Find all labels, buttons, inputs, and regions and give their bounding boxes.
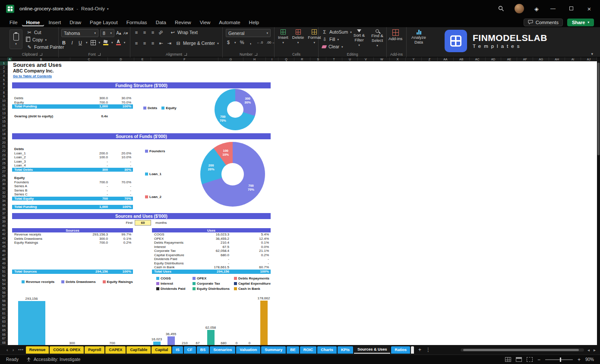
row-header-8[interactable]: 8: [0, 91, 8, 95]
table-row-debts[interactable]: Debts300.030.0%: [12, 96, 133, 100]
autosum-button[interactable]: ΣAutoSum▾: [321, 28, 353, 35]
vertical-scrollbar[interactable]: [597, 57, 600, 345]
align-top-icon[interactable]: ≡: [134, 30, 139, 35]
sheet-tab-bs[interactable]: BS: [197, 346, 209, 354]
row-header-26[interactable]: 26: [0, 166, 8, 170]
sheet-tab-payroll[interactable]: Payroll: [85, 346, 104, 354]
column-header-AA[interactable]: AA: [438, 57, 454, 61]
sources-of-funds-donut[interactable]: [200, 142, 265, 207]
page-break-view-icon[interactable]: [527, 357, 533, 362]
row-header-11[interactable]: 11: [0, 103, 8, 107]
sheet-tab-cogs-opex[interactable]: COGS & OPEX: [50, 346, 84, 354]
horizontal-scrollbar-thumb[interactable]: [463, 349, 579, 351]
table-row-gearing-debt-to-equity[interactable]: Gearing (debt to equity)0.4x: [12, 114, 133, 119]
row-header-36[interactable]: 36: [0, 207, 8, 212]
row-header-42[interactable]: 42: [0, 232, 8, 237]
search-icon[interactable]: [498, 6, 504, 12]
sheet-tab-summary[interactable]: Summary: [261, 346, 286, 354]
column-header-A[interactable]: A: [8, 57, 12, 61]
column-header-AJ[interactable]: AJ: [581, 57, 597, 61]
row-header-34[interactable]: 34: [0, 199, 8, 203]
italic-button[interactable]: I: [69, 40, 75, 45]
sheet-tab-is[interactable]: IS: [172, 346, 183, 354]
sheet-tab-be[interactable]: BE: [287, 346, 299, 354]
row-header-39[interactable]: 39: [0, 220, 8, 224]
column-header-D[interactable]: D: [108, 57, 134, 61]
column-header-I[interactable]: I: [266, 57, 278, 61]
row-header-51[interactable]: 51: [0, 270, 8, 274]
row-header-33[interactable]: 33: [0, 195, 8, 199]
column-header-B[interactable]: B: [12, 57, 70, 61]
all-sheets-icon[interactable]: •••: [18, 348, 23, 352]
percent-format-icon[interactable]: %: [240, 40, 245, 45]
table-row-loan-1[interactable]: Loan_1200.020.0%: [12, 151, 133, 156]
bar-corporate-tax[interactable]: [207, 330, 215, 345]
row-header-19[interactable]: 19: [0, 136, 8, 141]
menu-tab-data[interactable]: Data: [152, 19, 171, 26]
row-header-35[interactable]: 35: [0, 203, 8, 207]
row-header-31[interactable]: 31: [0, 186, 8, 191]
row-header-29[interactable]: 29: [0, 178, 8, 182]
chevron-down-icon[interactable]: ▾: [86, 41, 88, 44]
row-header-25[interactable]: 25: [0, 161, 8, 166]
row-header-63[interactable]: 63: [0, 320, 8, 324]
table-row-opex[interactable]: OPEX36,455.212.4%: [152, 237, 271, 241]
delete-cells-button[interactable]: Delete▾: [292, 29, 304, 44]
row-header-22[interactable]: 22: [0, 149, 8, 153]
column-header-U[interactable]: U: [342, 57, 358, 61]
chevron-down-icon[interactable]: ▾: [234, 41, 236, 44]
sheet-canvas[interactable]: Sources and Uses ABC Company Inc. Go to …: [8, 61, 597, 345]
row-header-15[interactable]: 15: [0, 119, 8, 124]
table-row-total-equity[interactable]: Total Equity70070%: [12, 197, 133, 201]
sheet-tab-charts[interactable]: Charts: [317, 346, 337, 354]
row-header-16[interactable]: 16: [0, 124, 8, 128]
column-header-AI[interactable]: AI: [565, 57, 581, 61]
column-header-AF[interactable]: AF: [517, 57, 533, 61]
sheet-tab-cf[interactable]: CF: [184, 346, 196, 354]
wrap-text-button[interactable]: ↩Wrap Text: [169, 29, 199, 36]
row-header-30[interactable]: 30: [0, 182, 8, 186]
menu-tab-page-layout[interactable]: Page Layout: [85, 19, 122, 26]
column-header-AC[interactable]: AC: [470, 57, 486, 61]
column-header-W[interactable]: W: [374, 57, 390, 61]
row-header-10[interactable]: 10: [0, 99, 8, 103]
row-header-38[interactable]: 38: [0, 216, 8, 220]
row-header-23[interactable]: 23: [0, 153, 8, 157]
find-select-button[interactable]: Find & Select▾: [368, 29, 387, 47]
row-header-58[interactable]: 58: [0, 299, 8, 303]
row-header-68[interactable]: 68: [0, 341, 8, 345]
row-header-48[interactable]: 48: [0, 257, 8, 262]
sheet-tab-valuation[interactable]: Valuation: [236, 346, 260, 354]
column-header-Y[interactable]: Y: [406, 57, 422, 61]
menu-tab-formulas[interactable]: Formulas: [122, 19, 152, 26]
merge-center-button[interactable]: ⊟Merge & Center▾: [175, 40, 220, 47]
sheet-tab-ratios[interactable]: Ratios: [391, 346, 410, 354]
table-row-total-sources[interactable]: Total Sources294,156100%: [12, 270, 133, 274]
row-header-62[interactable]: 62: [0, 316, 8, 320]
row-header-21[interactable]: 21: [0, 144, 8, 149]
sheet-tab-capex[interactable]: CAPEX: [105, 346, 126, 354]
sheet-options-icon[interactable]: ⋮: [426, 347, 431, 353]
table-row-corporate-tax[interactable]: Corporate Tax62,058.421.1%: [152, 249, 271, 253]
new-sheet-button[interactable]: +: [418, 347, 421, 353]
sort-filter-button[interactable]: Sort & Filter▾: [350, 29, 369, 47]
row-header-3[interactable]: 3: [0, 69, 8, 74]
row-header-65[interactable]: 65: [0, 328, 8, 333]
column-header-X[interactable]: X: [390, 57, 406, 61]
row-header-18[interactable]: 18: [0, 132, 8, 136]
dialog-launcher-icon[interactable]: [98, 53, 101, 56]
table-row-debts-drawdowns[interactable]: Debts Drawdowns300.00.1%: [12, 237, 133, 241]
chevron-down-icon[interactable]: ▾: [99, 41, 101, 44]
table-row-equity-distributions[interactable]: Equity Distributions--: [152, 261, 271, 266]
row-header-7[interactable]: 7: [0, 86, 8, 91]
addins-button[interactable]: Add-ins: [388, 29, 402, 41]
row-header-6[interactable]: 6: [0, 82, 8, 86]
sheet-tab-kpis[interactable]: KPIs: [338, 346, 353, 354]
row-header-43[interactable]: 43: [0, 236, 8, 241]
page-layout-view-icon[interactable]: [516, 357, 522, 362]
column-header-AH[interactable]: AH: [549, 57, 565, 61]
sheet-tab-revenue[interactable]: Revenue: [26, 346, 49, 354]
sheet-tab-captable[interactable]: CapTable: [126, 346, 151, 354]
table-row-debts[interactable]: Debts: [12, 147, 133, 151]
row-header-52[interactable]: 52: [0, 274, 8, 278]
